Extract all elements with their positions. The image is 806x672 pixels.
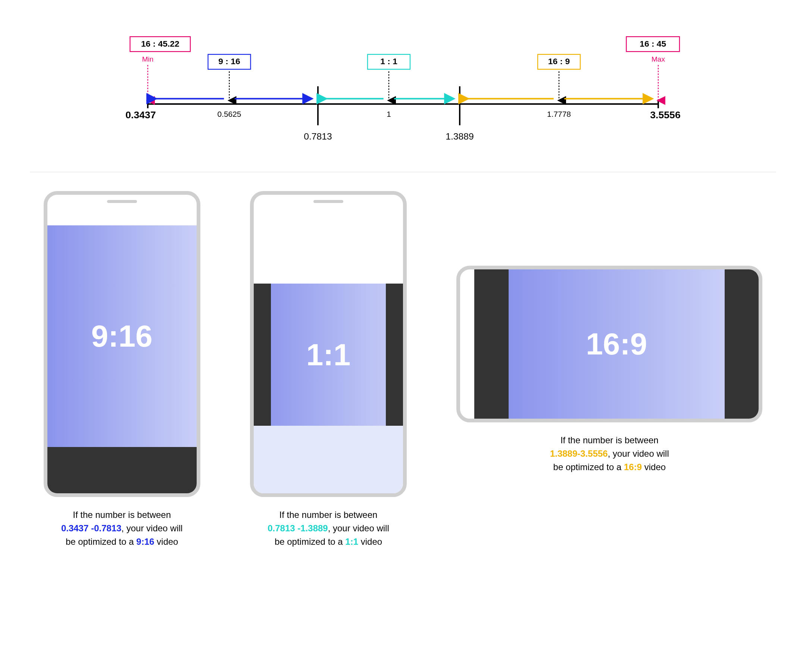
caption-169: If the number is between 1.3889-3.5556, …: [524, 434, 695, 474]
video-11-label: 1:1: [254, 284, 403, 426]
max-value: 3.5556: [650, 109, 680, 121]
phone-916: 9:16 If the number is between 0.3437 -0.…: [44, 191, 200, 548]
ratio-916-label: 9 : 16: [218, 56, 240, 66]
phone-speaker-icon: [107, 200, 137, 203]
min-value: 0.3437: [126, 109, 155, 121]
timeline-svg: 16 : 45.22 Min 0.3437 16 : 45 Max 3.5556…: [119, 30, 687, 160]
ratio-916-value: 0.5625: [218, 110, 241, 118]
break-1-label: 0.7813: [304, 131, 332, 141]
video-916-label: 9:16: [47, 225, 197, 447]
phone-11: 1:1 If the number is between 0.7813 -1.3…: [250, 191, 407, 548]
max-label: Max: [652, 55, 665, 63]
caption-11: If the number is between 0.7813 -1.3889,…: [250, 508, 407, 548]
ratio-169-label: 16 : 9: [548, 56, 570, 66]
video-169-label: 16:9: [509, 269, 725, 419]
phone-169: 16:9 If the number is between 1.3889-3.5…: [456, 191, 762, 474]
phone-speaker-icon: [314, 200, 343, 203]
min-box-label: 16 : 45.22: [141, 39, 180, 48]
ratio-169-value: 1.7778: [547, 110, 571, 118]
min-label: Min: [142, 55, 154, 63]
aspect-ratio-timeline: 16 : 45.22 Min 0.3437 16 : 45 Max 3.5556…: [15, 22, 791, 172]
ratio-11-label: 1 : 1: [380, 56, 397, 66]
break-2-label: 1.3889: [446, 131, 474, 141]
max-box-label: 16 : 45: [639, 39, 666, 48]
ratio-11-value: 1: [386, 110, 391, 118]
phone-illustrations: 9:16 If the number is between 0.3437 -0.…: [15, 183, 791, 556]
caption-916: If the number is between 0.3437 -0.7813,…: [44, 508, 200, 548]
section-divider: [30, 172, 776, 172]
